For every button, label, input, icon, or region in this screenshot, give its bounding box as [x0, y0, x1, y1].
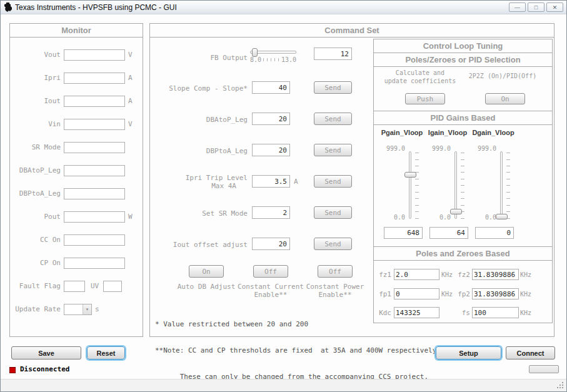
titlebar[interactable]: Texas Instruments - HVPSFB using PCMC - …: [1, 1, 566, 14]
mode-toggle-button[interactable]: On: [485, 93, 525, 104]
pgain-header: Pgain_Vloop: [381, 129, 423, 136]
connect-button[interactable]: Connect: [506, 346, 555, 359]
send-button-iout-offset[interactable]: Send: [314, 238, 352, 250]
minimize-button[interactable]: —: [509, 3, 526, 12]
progress-bar: [529, 365, 559, 373]
igain-column: Igain_Vloop 999.0 0.0: [424, 125, 471, 247]
fp2-label: fp2: [455, 290, 470, 298]
update-rate-select[interactable]: ▼: [64, 304, 92, 315]
sr-mode-field[interactable]: [64, 142, 125, 153]
pgain-value-field[interactable]: [384, 227, 423, 239]
fault-flag-field[interactable]: [64, 281, 85, 292]
fs-field[interactable]: [472, 307, 519, 318]
ipri-field[interactable]: [64, 73, 125, 84]
maximize-button[interactable]: □: [528, 3, 544, 12]
dbptoa-cmd-input[interactable]: [252, 144, 290, 156]
monitor-row-vin: Vin V: [10, 113, 143, 136]
dgain-slider-track[interactable]: [500, 151, 503, 219]
fp1-field[interactable]: [394, 288, 439, 299]
igain-max-label: 999.0: [424, 145, 451, 152]
send-button-ipri-trip[interactable]: Send: [314, 175, 352, 188]
ipri-trip-row: Ipri Trip LevelMax 4A A Send: [150, 175, 359, 189]
window-controls: — □ ✕: [509, 3, 563, 12]
ipri-trip-input[interactable]: [252, 175, 290, 188]
cp-on-field[interactable]: [64, 258, 125, 269]
fb-output-row: FB Output 8.0 13.0: [150, 48, 359, 68]
vout-field[interactable]: [64, 49, 125, 61]
cp-on-label: CP On: [10, 259, 64, 267]
send-button-dbptoa[interactable]: Send: [314, 144, 352, 156]
send-button-slope[interactable]: Send: [314, 81, 352, 94]
fb-output-label: FB Output: [150, 54, 248, 62]
pout-label: Pout: [10, 213, 64, 221]
pgain-min-label: 0.0: [379, 214, 405, 221]
uv-field[interactable]: [103, 281, 122, 292]
fp2-field[interactable]: [472, 288, 519, 299]
igain-slider-thumb[interactable]: [450, 209, 462, 214]
pgain-slider-thumb[interactable]: [404, 172, 416, 178]
iout-field[interactable]: [64, 96, 125, 107]
fb-output-slider-track[interactable]: [250, 51, 296, 54]
connection-status-text: Disconnected: [20, 365, 69, 373]
fp2-unit: KHz: [520, 291, 531, 298]
setup-button[interactable]: Setup: [436, 346, 501, 359]
slope-comp-label: Slope Comp - Slope*: [150, 84, 248, 93]
dbptoa-leg-field[interactable]: [64, 188, 125, 199]
dbatop-cmd-input[interactable]: [252, 113, 290, 125]
monitor-row-sr-mode: SR Mode: [10, 136, 143, 159]
pout-field[interactable]: [64, 211, 125, 223]
dgain-slider-thumb[interactable]: [496, 214, 508, 219]
connection-status-led: [9, 367, 16, 373]
constant-current-enable-button[interactable]: Off: [253, 265, 288, 278]
fb-output-value-field[interactable]: [314, 48, 352, 60]
dgain-header: Dgain_Vloop: [472, 129, 514, 136]
dbatop-leg-field[interactable]: [64, 165, 125, 176]
chevron-down-icon[interactable]: ▼: [83, 304, 91, 314]
dbptoa-cmd-label: DBPtoA_Leg: [150, 147, 248, 155]
fz1-label: fz1: [375, 271, 391, 279]
cc-on-field[interactable]: [64, 234, 125, 246]
resize-grip-icon[interactable]: [562, 387, 563, 388]
poles-zeroes-title: Poles and Zeroes Based: [374, 247, 552, 261]
fz2-field[interactable]: [472, 269, 519, 280]
fb-output-scale: 8.0 13.0: [250, 56, 296, 63]
reset-button[interactable]: Reset: [87, 346, 125, 359]
igain-value-field[interactable]: [429, 227, 468, 239]
set-sr-mode-input[interactable]: [252, 206, 290, 219]
dgain-value-field[interactable]: [475, 227, 514, 239]
auto-db-adjust-button[interactable]: On: [189, 265, 224, 278]
fb-output-ticks: [263, 58, 279, 61]
fs-unit: KHz: [520, 309, 531, 316]
vout-label: Vout: [10, 51, 64, 59]
update-rate-unit: s: [95, 305, 99, 313]
iout-offset-input[interactable]: [252, 238, 290, 250]
vin-unit: V: [128, 120, 133, 128]
dgain-column: Dgain_Vloop 999.0 0.0: [470, 125, 516, 247]
pid-selection-title: Poles/Zeroes or PID Selection: [374, 53, 552, 67]
fz1-field[interactable]: [394, 269, 439, 280]
pgain-column: Pgain_Vloop 999.0 0.0: [379, 125, 425, 247]
pgain-slider-track[interactable]: [409, 151, 411, 219]
kdc-label: Kdc: [375, 309, 391, 317]
save-button[interactable]: Save: [11, 346, 81, 359]
close-button[interactable]: ✕: [546, 3, 563, 12]
constant-power-enable-button[interactable]: Off: [318, 265, 353, 278]
fb-output-slider-thumb[interactable]: [252, 48, 258, 57]
send-button-dbatop[interactable]: Send: [314, 113, 352, 125]
pid-gains-body: Pgain_Vloop 999.0 0.0 Igain_Vloop 999.0: [374, 125, 552, 247]
slope-comp-input[interactable]: [252, 81, 290, 94]
cc-on-label: CC On: [10, 236, 64, 244]
monitor-row-dbptoa: DBPtoA_Leg: [10, 182, 143, 205]
kdc-field[interactable]: [394, 307, 439, 318]
slope-comp-row: Slope Comp - Slope* Send: [150, 81, 359, 95]
push-button[interactable]: Push: [405, 93, 445, 104]
send-button-sr-mode[interactable]: Send: [314, 206, 352, 219]
set-sr-mode-label: Set SR Mode: [150, 209, 248, 218]
igain-header: Igain_Vloop: [428, 129, 467, 136]
monitor-row-vout: Vout V: [10, 43, 143, 66]
fb-output-slider[interactable]: 8.0 13.0: [250, 48, 296, 66]
vin-field[interactable]: [64, 119, 125, 130]
dgain-max-label: 999.0: [470, 145, 496, 152]
iout-label: Iout: [10, 97, 64, 105]
iout-unit: A: [128, 97, 133, 105]
